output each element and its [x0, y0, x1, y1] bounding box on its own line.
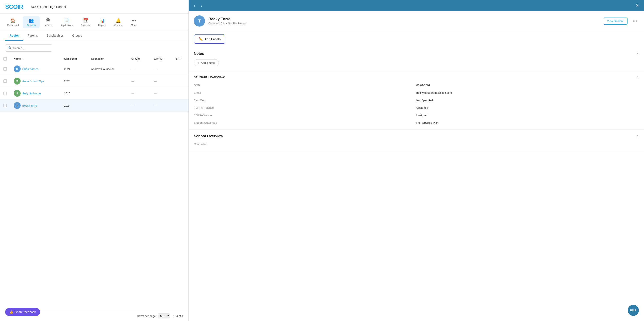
nav-item-calendar[interactable]: 📅 Calendar: [77, 16, 94, 28]
school-name: SCOIR Test High School: [31, 5, 66, 8]
field-label: Counselor: [194, 142, 416, 147]
main-nav: 🏠 Dashboard 👥 Students 🏛 Discover 📄 Appl…: [0, 14, 188, 31]
view-student-button[interactable]: View Student: [603, 17, 628, 25]
reports-icon: 📊: [100, 18, 105, 23]
field-label: First Gen: [194, 98, 416, 103]
field-value: [416, 142, 639, 147]
checkbox-header: [0, 55, 10, 63]
table-row[interactable]: K Chris Karnes 2024 Andrew Counselor — —: [0, 63, 188, 75]
school-overview-section: School Overview ∧ Counselor: [189, 130, 644, 151]
nav-item-more[interactable]: ••• More: [126, 16, 141, 28]
more-icon: •••: [132, 18, 136, 23]
student-avatar-cell: T: [14, 102, 20, 109]
select-all-checkbox[interactable]: [4, 57, 7, 61]
field-label: Student Outcomes: [194, 120, 416, 125]
gpa-u-header[interactable]: GPA (u): [150, 55, 172, 63]
field-value: Not Specified: [416, 98, 639, 103]
student-overview-grid: DOB03/01/2002Emailbecky+studentdc@scoir.…: [194, 83, 639, 125]
field-label: DOB: [194, 83, 416, 88]
student-avatar: T: [194, 15, 205, 26]
right-panel: ‹ › ✕ T Becky Torre Class of 2024 • Not …: [189, 0, 644, 321]
nav-item-applications[interactable]: 📄 Applications: [56, 16, 77, 28]
row-checkbox[interactable]: [4, 104, 7, 107]
student-avatar-cell: K: [14, 65, 20, 72]
logo-text: SCOIR: [5, 3, 23, 10]
nav-item-comms[interactable]: 🔔 Comms: [110, 16, 126, 28]
class-year-cell: 2025: [61, 87, 88, 100]
field-value: Unsigned: [416, 113, 639, 118]
counselor-cell: [88, 75, 128, 87]
tab-parents[interactable]: Parents: [23, 31, 42, 41]
student-name-cell[interactable]: S Anna School Ops: [14, 78, 57, 85]
counselor-header[interactable]: Counselor: [88, 55, 128, 63]
school-overview-grid: Counselor: [194, 142, 639, 147]
row-checkbox[interactable]: [4, 79, 7, 83]
nav-item-students[interactable]: 👥 Students: [23, 16, 40, 28]
student-name-cell[interactable]: T Becky Torre: [14, 102, 57, 109]
search-box[interactable]: 🔍: [5, 44, 52, 52]
row-checkbox[interactable]: [4, 67, 7, 71]
pencil-icon: ✏️: [198, 37, 203, 41]
class-year-header[interactable]: Class Year: [61, 55, 88, 63]
sat-header[interactable]: SAT: [172, 55, 188, 63]
student-overview-collapse-button[interactable]: ∧: [636, 75, 639, 79]
gpa-u-cell: —: [150, 63, 172, 75]
add-note-button[interactable]: + Add a Note: [194, 59, 219, 66]
nav-label-applications: Applications: [60, 24, 73, 26]
row-checkbox[interactable]: [4, 92, 7, 95]
student-options-button[interactable]: •••: [631, 18, 639, 24]
name-header[interactable]: Name ↑: [10, 55, 61, 63]
student-name-cell[interactable]: S Sully Sullerson: [14, 90, 57, 97]
student-table: Name ↑ Class Year Counselor GPA (w) GPA …: [0, 55, 188, 311]
gpa-u-cell: —: [150, 87, 172, 100]
nav-label-discover: Discover: [44, 24, 53, 26]
avatar-initial: T: [198, 19, 201, 23]
gpa-w-cell: —: [128, 87, 150, 100]
add-note-label: Add a Note: [201, 61, 215, 64]
prev-student-button[interactable]: ‹: [192, 2, 197, 9]
rows-per-page-label: Rows per page:: [137, 314, 156, 318]
field-label: FERPA Release: [194, 105, 416, 110]
table-row[interactable]: S Sully Sullerson 2025 — —: [0, 87, 188, 100]
nav-label-calendar: Calendar: [81, 24, 90, 26]
field-value: Unsigned: [416, 105, 639, 110]
close-panel-button[interactable]: ✕: [634, 2, 640, 9]
nav-item-dashboard[interactable]: 🏠 Dashboard: [4, 16, 23, 28]
logo: SCOIR: [5, 3, 23, 10]
counselor-cell: Andrew Counselor: [88, 63, 128, 75]
add-labels-button[interactable]: ✏️ Add Labels: [194, 34, 225, 44]
student-overview-header: Student Overview ∧: [194, 75, 639, 79]
gpa-w-cell: —: [128, 75, 150, 87]
search-area: 🔍: [0, 41, 188, 55]
tab-roster[interactable]: Roster: [5, 31, 23, 41]
student-name-cell[interactable]: K Chris Karnes: [14, 65, 57, 72]
field-label: Email: [194, 90, 416, 95]
sat-cell: [172, 63, 188, 75]
thumbs-up-icon: 👍: [10, 310, 13, 314]
search-icon: 🔍: [8, 46, 12, 50]
rows-per-page-select[interactable]: 50 100 200: [158, 314, 170, 319]
share-feedback-button[interactable]: 👍 Share feedback: [5, 308, 40, 316]
tab-scholarships[interactable]: Scholarships: [42, 31, 68, 41]
student-detail-header: T Becky Torre Class of 2024 • Not Regist…: [189, 11, 644, 31]
table-header-row: Name ↑ Class Year Counselor GPA (w) GPA …: [0, 55, 188, 63]
school-overview-collapse-button[interactable]: ∧: [636, 134, 639, 138]
gpa-w-header[interactable]: GPA (w): [128, 55, 150, 63]
class-year-cell: 2025: [61, 75, 88, 87]
sat-cell: [172, 75, 188, 87]
student-subinfo: Class of 2024 • Not Registered: [208, 22, 600, 25]
sat-cell: [172, 87, 188, 100]
table-row[interactable]: S Anna School Ops 2025 — —: [0, 75, 188, 87]
pagination-info: 1–4 of 4: [173, 314, 183, 318]
student-name: Becky Torre: [208, 17, 600, 21]
next-student-button[interactable]: ›: [199, 2, 204, 9]
sort-arrow-icon: ↑: [22, 58, 23, 60]
student-avatar-cell: S: [14, 90, 20, 97]
nav-item-discover[interactable]: 🏛 Discover: [40, 16, 56, 28]
table-row[interactable]: T Becky Torre 2024 — —: [0, 100, 188, 112]
tab-groups[interactable]: Groups: [68, 31, 86, 41]
nav-item-reports[interactable]: 📊 Reports: [94, 16, 110, 28]
help-button[interactable]: HELP: [628, 305, 639, 316]
search-input[interactable]: [13, 46, 50, 50]
notes-collapse-button[interactable]: ∧: [636, 52, 639, 56]
